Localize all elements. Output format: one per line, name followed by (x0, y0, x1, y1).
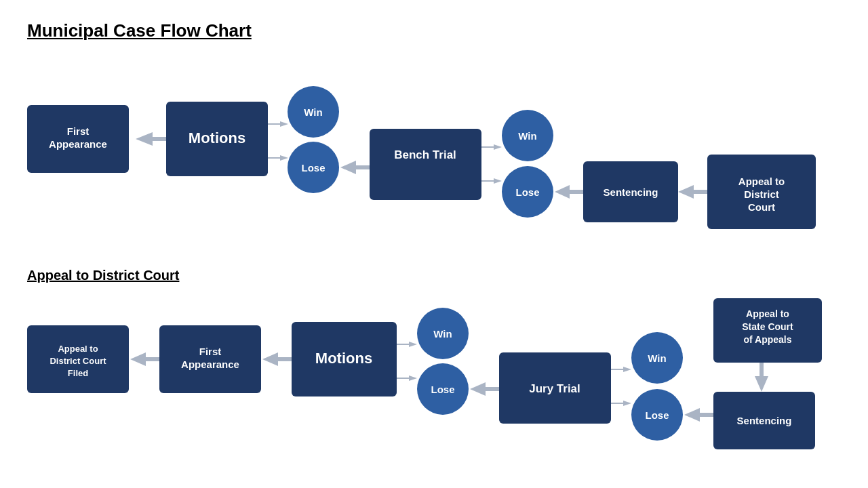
appeal-district-label-1: Appeal to (738, 176, 785, 187)
motions-bot-label: Motions (315, 350, 372, 367)
bench-trial-rect (370, 129, 481, 200)
bench-trial-label: Bench Trial (394, 148, 456, 161)
arrow-lose-to-jury (470, 382, 499, 396)
motions-top-label: Motions (189, 129, 245, 146)
svg-text:Win: Win (518, 130, 536, 142)
main-title: Municipal Case Flow Chart (27, 20, 841, 41)
page-container: Municipal Case Flow Chart First Appearan… (0, 0, 868, 488)
svg-marker-2 (280, 155, 288, 161)
arrow-bench-lose-to-sentencing (555, 185, 583, 199)
arrow-sentencing-to-state-appeal (755, 363, 768, 392)
section2-title: Appeal to District Court (27, 268, 179, 283)
svg-text:Appeal to: Appeal to (746, 308, 789, 319)
svg-marker-13 (409, 342, 417, 347)
appeal-district-label-3: Court (748, 201, 775, 213)
svg-marker-17 (623, 367, 631, 372)
svg-marker-6 (494, 178, 502, 184)
svg-text:Lose: Lose (301, 162, 325, 174)
arrow-bot-2 (262, 352, 292, 366)
svg-text:State Court: State Court (742, 321, 793, 332)
svg-text:Lose: Lose (431, 384, 454, 395)
svg-text:Win: Win (304, 106, 322, 118)
svg-text:Lose: Lose (645, 409, 669, 421)
arrow-jury-lose-to-sentencing (684, 408, 713, 422)
sentencing-bot-label: Sentencing (737, 415, 792, 426)
svg-marker-5 (494, 144, 502, 150)
bottom-flow-svg: Appeal to District Court Filed First App… (20, 298, 848, 454)
svg-text:Appearance: Appearance (49, 138, 107, 150)
svg-text:Win: Win (648, 352, 666, 364)
svg-text:Appeal to: Appeal to (58, 344, 98, 354)
svg-text:Win: Win (433, 328, 452, 340)
svg-text:Lose: Lose (515, 186, 539, 198)
jury-trial-label: Jury Trial (529, 382, 580, 395)
arrow-bot-1 (130, 352, 159, 366)
svg-marker-18 (623, 401, 631, 406)
arrow-sentencing-to-appeal (678, 185, 707, 199)
svg-marker-14 (409, 375, 417, 381)
appeal-filed-label: Filed (68, 368, 88, 378)
svg-text:District Court: District Court (50, 356, 106, 366)
svg-text:Appearance: Appearance (181, 359, 239, 370)
first-appearance-top-label: First (67, 125, 90, 137)
top-flow-svg: First Appearance Motions Win Lose Bench … (20, 64, 848, 214)
arrow-lose-to-bench (340, 161, 370, 174)
arrow-1 (136, 132, 166, 146)
appeal-state-label: of Appeals (743, 334, 791, 345)
appeal-district-label-2: District (744, 188, 779, 200)
svg-text:First: First (199, 346, 222, 357)
sentencing-top-label: Sentencing (604, 186, 658, 198)
svg-marker-1 (280, 121, 288, 127)
